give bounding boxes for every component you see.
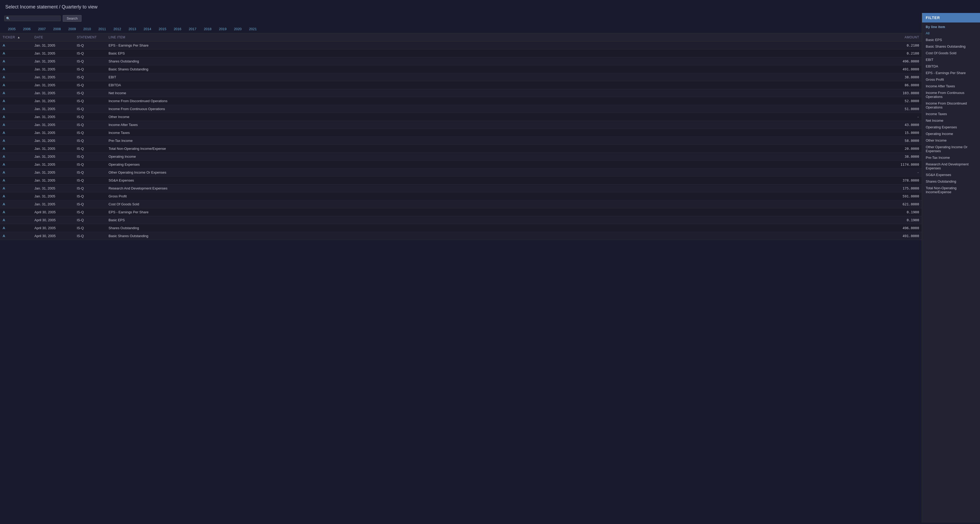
cell-lineitem: EBITDA [106,81,880,89]
cell-ticker: A [0,41,32,49]
filter-item-gross-profit[interactable]: Gross Profit [922,76,980,83]
filter-item-other-operating-income-or-expenses[interactable]: Other Operating Income Or Expenses [922,144,980,154]
cell-amount: 86.0000 [880,81,922,89]
year-tab-2013[interactable]: 2013 [125,25,140,33]
search-icon: 🔍 [6,17,10,21]
year-tab-2006[interactable]: 2006 [19,25,34,33]
table-row[interactable]: AJan. 31, 2005IS-QBasic Shares Outstandi… [0,65,922,73]
year-tab-2018[interactable]: 2018 [200,25,215,33]
filter-item-ebit[interactable]: EBIT [922,56,980,63]
cell-date: Jan. 31, 2005 [32,97,74,105]
filter-item-operating-expenses[interactable]: Operating Expenses [922,124,980,130]
year-tab-2020[interactable]: 2020 [230,25,245,33]
data-table-container[interactable]: TICKER ▲DATESTATEMENTLINE ITEMAMOUNT AJa… [0,33,922,523]
year-tab-2008[interactable]: 2008 [49,25,65,33]
year-tab-2009[interactable]: 2009 [65,25,80,33]
table-row[interactable]: AJan. 31, 2005IS-QOperating Expenses1174… [0,160,922,168]
filter-item-research-and-development-expenses[interactable]: Research And Development Expenses [922,161,980,171]
cell-statement: IS-Q [74,89,106,97]
table-row[interactable]: AJan. 31, 2005IS-QIncome After Taxes43.0… [0,121,922,129]
filter-item-basic-shares-outstanding[interactable]: Basic Shares Outstanding [922,43,980,50]
year-tab-2014[interactable]: 2014 [140,25,155,33]
cell-statement: IS-Q [74,105,106,113]
filter-item-cost-of-goods-sold[interactable]: Cost Of Goods Sold [922,50,980,56]
cell-statement: IS-Q [74,81,106,89]
table-row[interactable]: AJan. 31, 2005IS-QShares Outstanding496.… [0,57,922,65]
cell-lineitem: Operating Income [106,153,880,160]
table-row[interactable]: AApril 30, 2005IS-QShares Outstanding496… [0,224,922,232]
table-row[interactable]: AJan. 31, 2005IS-QTotal Non-Operating In… [0,145,922,153]
filter-item-total-non-operating-income-expense[interactable]: Total Non-Operating Income/Expense [922,185,980,195]
table-row[interactable]: AJan. 31, 2005IS-QIncome Taxes15.0000 [0,129,922,137]
year-tab-2007[interactable]: 2007 [34,25,49,33]
table-row[interactable]: AJan. 31, 2005IS-QOther Operating Income… [0,168,922,176]
table-row[interactable]: AApril 30, 2005IS-QBasic Shares Outstand… [0,232,922,240]
filter-item-net-income[interactable]: Net Income [922,117,980,124]
table-row[interactable]: AJan. 31, 2005IS-QIncome From Continuous… [0,105,922,113]
year-tab-2017[interactable]: 2017 [185,25,200,33]
table-row[interactable]: AJan. 31, 2005IS-QNet Income103.0000 [0,89,922,97]
table-row[interactable]: AApril 30, 2005IS-QBasic EPS0.1900 [0,216,922,224]
col-header-ticker[interactable]: TICKER ▲ [0,33,32,41]
search-bar: 🔍 Search [0,13,922,24]
table-row[interactable]: AJan. 31, 2005IS-QOperating Income38.000… [0,153,922,160]
cell-amount: 38.0000 [880,73,922,81]
table-row[interactable]: AApril 30, 2005IS-QEPS - Earnings Per Sh… [0,208,922,216]
cell-statement: IS-Q [74,137,106,145]
year-tab-2016[interactable]: 2016 [170,25,185,33]
cell-date: Jan. 31, 2005 [32,49,74,57]
cell-amount: - [880,168,922,176]
cell-statement: IS-Q [74,129,106,137]
cell-lineitem: EBIT [106,73,880,81]
table-row[interactable]: AJan. 31, 2005IS-QEBITDA86.0000 [0,81,922,89]
cell-lineitem: SG&A Expenses [106,176,880,184]
filter-item-pre-tax-income[interactable]: Pre-Tax Income [922,154,980,161]
year-tab-2011[interactable]: 2011 [95,25,110,33]
table-row[interactable]: AJan. 31, 2005IS-QGross Profit591.0000 [0,192,922,200]
cell-ticker: A [0,121,32,129]
cell-amount: 20.0000 [880,145,922,153]
cell-statement: IS-Q [74,232,106,240]
cell-ticker: A [0,153,32,160]
cell-lineitem: Other Operating Income Or Expenses [106,168,880,176]
filter-item-all[interactable]: All [922,30,980,37]
table-row[interactable]: AJan. 31, 2005IS-QSG&A Expenses378.0000 [0,176,922,184]
year-tab-2010[interactable]: 2010 [80,25,95,33]
search-wrapper: 🔍 [4,16,60,21]
year-tab-2015[interactable]: 2015 [155,25,170,33]
filter-item-ebitda[interactable]: EBITDA [922,63,980,70]
filter-item-income-from-continuous-operations[interactable]: Income From Continuous Operations [922,89,980,100]
filter-item-other-income[interactable]: Other Income [922,137,980,144]
filter-item-basic-eps[interactable]: Basic EPS [922,37,980,43]
cell-date: Jan. 31, 2005 [32,121,74,129]
table-row[interactable]: AJan. 31, 2005IS-QIncome From Discontinu… [0,97,922,105]
year-tabs: 2005200620072008200920102011201220132014… [0,24,922,33]
cell-amount: 621.0000 [880,200,922,208]
cell-lineitem: Basic EPS [106,49,880,57]
table-row[interactable]: AJan. 31, 2005IS-QOther Income- [0,113,922,121]
filter-item-eps---earnings-per-share[interactable]: EPS - Earnings Per Share [922,70,980,76]
filter-item-income-from-discontinued-operations[interactable]: Income From Discontinued Operations [922,100,980,111]
filter-item-income-after-taxes[interactable]: Income After Taxes [922,83,980,89]
cell-amount: 51.0000 [880,105,922,113]
search-input[interactable] [11,16,59,21]
table-row[interactable]: AJan. 31, 2005IS-QCost Of Goods Sold621.… [0,200,922,208]
filter-item-operating-income[interactable]: Operating Income [922,130,980,137]
table-row[interactable]: AJan. 31, 2005IS-QPre-Tax Income58.0000 [0,137,922,145]
cell-ticker: A [0,49,32,57]
cell-lineitem: Income After Taxes [106,121,880,129]
table-row[interactable]: AJan. 31, 2005IS-QEBIT38.0000 [0,73,922,81]
page-title: Select Income statement / Quarterly to v… [0,0,980,13]
filter-item-sg-a-expenses[interactable]: SG&A Expenses [922,171,980,178]
search-button[interactable]: Search [63,15,81,22]
filter-item-shares-outstanding[interactable]: Shares Outstanding [922,178,980,185]
table-row[interactable]: AJan. 31, 2005IS-QResearch And Developme… [0,184,922,192]
table-row[interactable]: AJan. 31, 2005IS-QBasic EPS0.2100 [0,49,922,57]
year-tab-2021[interactable]: 2021 [245,25,261,33]
cell-amount: 0.2100 [880,49,922,57]
table-row[interactable]: AJan. 31, 2005IS-QEPS - Earnings Per Sha… [0,41,922,49]
filter-item-income-taxes[interactable]: Income Taxes [922,111,980,117]
year-tab-2012[interactable]: 2012 [110,25,125,33]
year-tab-2005[interactable]: 2005 [4,25,19,33]
year-tab-2019[interactable]: 2019 [215,25,230,33]
